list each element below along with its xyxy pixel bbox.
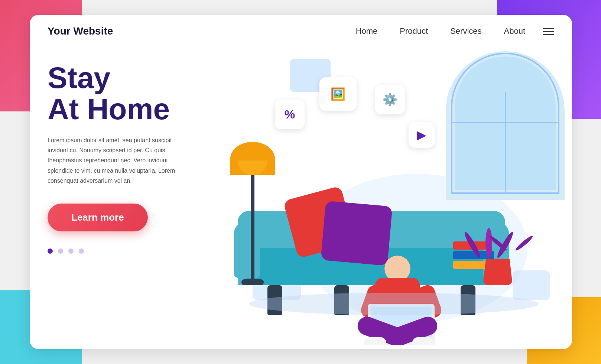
nav-services[interactable]: Services — [450, 26, 481, 36]
pagination-dots — [48, 248, 198, 254]
nav-about[interactable]: About — [504, 26, 526, 36]
hero-illustration: 🖼️ % ⚙️ ▶ — [215, 48, 572, 345]
play-icon: ▶ — [417, 128, 426, 142]
dot-4[interactable] — [79, 248, 84, 254]
dot-1[interactable] — [48, 248, 53, 254]
hero-section: Stay At Home Lorem ipsum dolor sit amet,… — [30, 48, 572, 345]
plant — [475, 228, 520, 285]
bubble-percent: % — [275, 100, 305, 129]
gear-icon: ⚙️ — [383, 92, 397, 107]
person-foot-left — [364, 337, 386, 345]
floor-lamp — [230, 142, 275, 285]
logo: Your Website — [48, 25, 113, 37]
lamp-head — [230, 142, 275, 175]
bubble-play: ▶ — [409, 122, 435, 148]
hamburger-line-3 — [543, 34, 554, 35]
nav-product[interactable]: Product — [400, 26, 428, 36]
hero-title-line1: Stay — [48, 61, 110, 94]
photo-icon: 🖼️ — [331, 87, 345, 101]
lamp-glow — [238, 160, 267, 175]
hamburger-line-1 — [543, 28, 554, 29]
window-vline — [505, 92, 506, 192]
plant-pot — [483, 259, 513, 285]
bubble-photo: 🖼️ — [319, 77, 357, 111]
hero-title-line2: At Home — [48, 92, 170, 126]
lamp-stem — [251, 175, 254, 279]
plant-leaves — [475, 228, 520, 258]
main-card: Your Website Home Product Services About… — [30, 15, 572, 349]
pillow-purple — [321, 201, 392, 266]
dot-2[interactable] — [58, 248, 63, 254]
leaf-2 — [485, 228, 492, 258]
hero-title: Stay At Home — [48, 62, 198, 125]
person-foot-right — [412, 337, 435, 345]
header: Your Website Home Product Services About — [30, 15, 572, 48]
hamburger-line-2 — [543, 31, 554, 32]
lamp-base — [241, 279, 264, 285]
floor-reflection — [249, 293, 539, 315]
person-legs — [357, 319, 446, 345]
hero-left: Stay At Home Lorem ipsum dolor sit amet,… — [30, 48, 215, 345]
bubble-gear: ⚙️ — [375, 85, 405, 114]
dot-3[interactable] — [68, 248, 74, 254]
navigation: Home Product Services About — [356, 26, 525, 36]
learn-more-button[interactable]: Learn more — [48, 204, 148, 231]
percent-icon: % — [285, 108, 295, 121]
nav-home[interactable]: Home — [356, 26, 378, 36]
hero-body-text: Lorem ipsum dolor sit amet, sea putant s… — [48, 135, 189, 186]
hamburger-menu[interactable] — [543, 28, 554, 35]
